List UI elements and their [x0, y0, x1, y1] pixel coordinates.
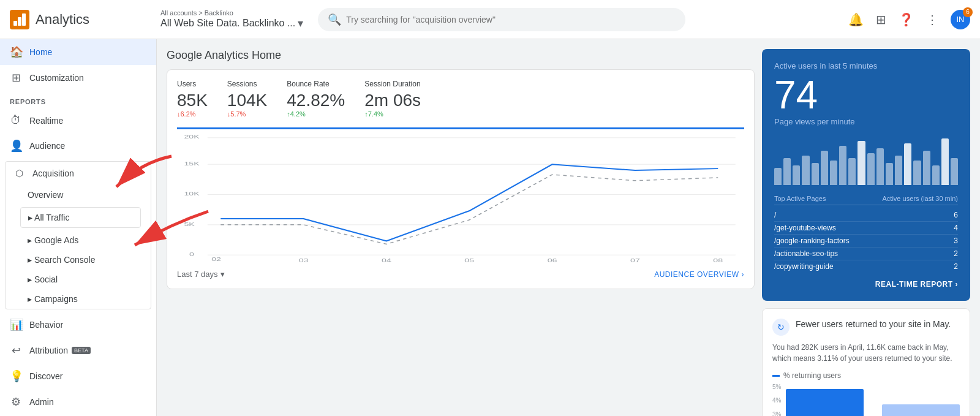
- sidebar-behavior-label: Behavior: [29, 320, 63, 330]
- help-icon[interactable]: ❓: [899, 12, 914, 27]
- table-row: /google-ranking-factors 3: [774, 235, 958, 248]
- property-name: All Web Site Data. Backlinko ...: [160, 18, 295, 29]
- customization-icon: ⊞: [10, 71, 22, 85]
- stat-users-change: ↓6.2%: [177, 110, 208, 118]
- sidebar-item-overview[interactable]: Overview: [6, 185, 151, 205]
- header-account: All accounts > Backlinko All Web Site Da…: [160, 9, 303, 30]
- sidebar-overview-label: Overview: [28, 190, 63, 200]
- insight-chart-container: 5% 4% 3% 1% 0% April May: [772, 384, 960, 416]
- table-row-page-1: /: [774, 211, 776, 219]
- stat-sessions-change: ↓5.7%: [227, 110, 267, 118]
- stat-duration-change: ↑7.4%: [364, 110, 421, 118]
- y-label-3: 3%: [772, 411, 781, 417]
- stat-duration-label: Session Duration: [364, 80, 421, 88]
- sidebar-attribution-label: Attribution: [29, 346, 68, 355]
- attribution-icon: ↩: [10, 344, 22, 357]
- sidebar-item-audience[interactable]: 👤 Audience: [0, 133, 156, 159]
- stat-users: Users 85K ↓6.2%: [177, 80, 208, 118]
- insight-chart-label-text: % returning users: [783, 371, 841, 380]
- realtime-footer: REAL-TIME REPORT ›: [774, 280, 958, 289]
- svg-text:10K: 10K: [184, 191, 200, 197]
- legend-dot-icon: [772, 375, 780, 377]
- table-row-users-4: 2: [954, 249, 958, 258]
- bar-mini-1: [774, 168, 782, 185]
- acquisition-box: ⬡ Acquisition Overview ▸ All Traffic ▸ G…: [5, 161, 151, 309]
- stat-sessions-label: Sessions: [227, 80, 267, 88]
- svg-text:05: 05: [464, 257, 474, 262]
- realtime-report-link[interactable]: REAL-TIME REPORT ›: [875, 280, 958, 289]
- svg-rect-3: [22, 13, 26, 26]
- analytics-logo-icon: [10, 10, 29, 29]
- header-breadcrumb: All accounts > Backlinko: [160, 9, 303, 17]
- bar-mini-2: [783, 158, 791, 185]
- header-logo: Analytics: [10, 10, 151, 29]
- attribution-badge: BETA: [72, 347, 91, 354]
- sidebar-item-campaigns[interactable]: ▸ Campaigns: [6, 289, 151, 309]
- search-bar[interactable]: 🔍: [318, 8, 685, 31]
- audience-overview-link[interactable]: AUDIENCE OVERVIEW ›: [654, 270, 744, 279]
- date-range-label: Last 7 days: [177, 270, 218, 279]
- acquisition-icon: ⬡: [13, 168, 25, 179]
- table-row-users-1: 6: [954, 211, 958, 219]
- date-range-selector[interactable]: Last 7 days ▾: [177, 270, 225, 279]
- sidebar-item-discover[interactable]: 💡 Discover: [0, 363, 156, 389]
- svg-text:Jun: Jun: [209, 260, 224, 262]
- bar-april-wrap: April: [786, 389, 864, 416]
- main-content: Google Analytics Home Users 85K ↓6.2% Se…: [157, 39, 980, 416]
- sidebar-item-acquisition[interactable]: ⬡ Acquisition: [6, 162, 151, 185]
- sidebar-item-attribution[interactable]: ↩ Attribution BETA: [0, 338, 156, 363]
- stat-bounce-change: ↑4.2%: [287, 110, 345, 118]
- insight-bar-chart: April May: [786, 384, 960, 416]
- chart-svg: 20K 15K 10K 5K 0: [177, 129, 744, 262]
- sidebar-item-search-console[interactable]: ▸ Search Console: [6, 250, 151, 270]
- sidebar-google-ads-label: ▸ Google Ads: [28, 235, 78, 245]
- chart-footer: Last 7 days ▾ AUDIENCE OVERVIEW ›: [177, 270, 744, 279]
- y-axis: 5% 4% 3% 1% 0%: [772, 384, 781, 416]
- realtime-table: Top Active Pages Active users (last 30 m…: [774, 195, 958, 273]
- sidebar-acquisition-label: Acquisition: [32, 168, 74, 178]
- app-layout: 🏠 Home ⊞ Customization REPORTS ⏱ Realtim…: [0, 39, 980, 416]
- sidebar-item-customization[interactable]: ⊞ Customization: [0, 65, 156, 91]
- more-icon[interactable]: ⋮: [926, 12, 938, 27]
- stat-sessions: Sessions 104K ↓5.7%: [227, 80, 267, 118]
- y-label-5: 5%: [772, 384, 781, 390]
- search-input[interactable]: [346, 15, 676, 25]
- realtime-subtitle: Page views per minute: [774, 117, 958, 126]
- insight-chart-legend: % returning users: [772, 371, 960, 380]
- avatar[interactable]: IN 6: [951, 10, 970, 29]
- sidebar-item-admin[interactable]: ⚙ Admin: [0, 389, 156, 415]
- sidebar-item-home[interactable]: 🏠 Home: [0, 39, 156, 65]
- sidebar-item-behavior[interactable]: 📊 Behavior: [0, 312, 156, 338]
- bar-mini-13: [886, 163, 893, 185]
- admin-icon: ⚙: [10, 395, 22, 409]
- stats-card: Users 85K ↓6.2% Sessions 104K ↓5.7% Boun…: [167, 69, 755, 289]
- sidebar-item-realtime[interactable]: ⏱ Realtime: [0, 108, 156, 133]
- bar-mini-11: [867, 153, 875, 185]
- realtime-table-header: Top Active Pages Active users (last 30 m…: [774, 195, 958, 205]
- sidebar-realtime-label: Realtime: [29, 116, 63, 126]
- sidebar-admin-label: Admin: [29, 397, 54, 407]
- sidebar-customization-label: Customization: [29, 73, 84, 83]
- sidebar-all-traffic-label: ▸ All Traffic: [28, 213, 69, 222]
- bar-mini-5: [812, 163, 819, 185]
- all-traffic-box: ▸ All Traffic: [20, 207, 141, 228]
- bar-mini-17: [923, 151, 930, 185]
- notification-icon[interactable]: 🔔: [848, 12, 864, 27]
- property-selector[interactable]: All Web Site Data. Backlinko ... ▾: [160, 17, 303, 30]
- grid-icon[interactable]: ⊞: [876, 12, 886, 27]
- home-icon: 🏠: [10, 45, 22, 59]
- realtime-count: 74: [774, 75, 958, 115]
- stat-bounce: Bounce Rate 42.82% ↑4.2%: [287, 80, 345, 118]
- table-row: /get-youtube-views 4: [774, 222, 958, 235]
- bar-may-wrap: May: [882, 404, 960, 416]
- sidebar-item-all-traffic[interactable]: ▸ All Traffic: [21, 208, 140, 227]
- table-row-users-2: 4: [954, 224, 958, 232]
- bar-mini-19: [941, 138, 949, 185]
- sidebar-item-social[interactable]: ▸ Social: [6, 270, 151, 289]
- svg-text:20K: 20K: [184, 133, 200, 140]
- bar-may: [882, 404, 960, 416]
- sidebar-item-google-ads[interactable]: ▸ Google Ads: [6, 230, 151, 250]
- svg-text:5K: 5K: [184, 221, 195, 227]
- insight-description: You had 282K users in April, 11.6K came …: [772, 342, 960, 364]
- center-panel: Google Analytics Home Users 85K ↓6.2% Se…: [167, 49, 755, 406]
